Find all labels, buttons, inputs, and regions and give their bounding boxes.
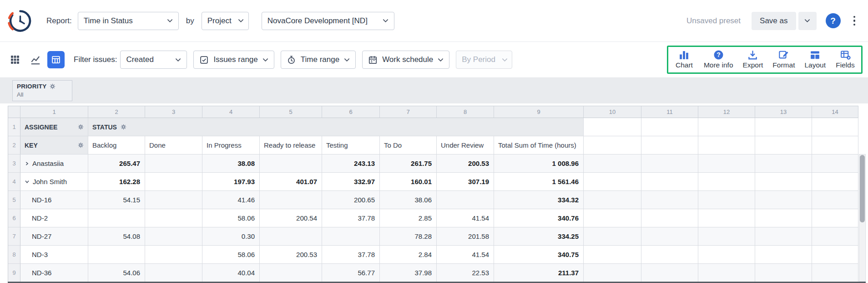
row-number-9[interactable]: 9 [8, 264, 20, 282]
value-cell[interactable]: 340.75 [494, 246, 584, 264]
column-header-6[interactable]: 6 [322, 106, 380, 118]
value-cell[interactable]: 307.19 [437, 173, 494, 191]
collapse-chevron-icon[interactable] [25, 179, 30, 184]
status-column-header-to-do[interactable]: To Do [380, 136, 437, 154]
status-column-header-testing[interactable]: Testing [322, 136, 380, 154]
value-cell[interactable]: 197.93 [202, 173, 260, 191]
value-cell[interactable] [437, 191, 494, 209]
value-cell[interactable] [145, 227, 202, 246]
value-cell[interactable]: 56.77 [322, 264, 380, 282]
row-number-3[interactable]: 3 [8, 154, 20, 173]
value-cell[interactable]: 38.08 [202, 154, 260, 173]
value-cell[interactable]: 37.78 [322, 246, 380, 264]
value-cell[interactable]: 41.54 [437, 209, 494, 227]
value-cell[interactable]: 40.04 [202, 264, 260, 282]
column-header-1[interactable]: 1 [20, 106, 88, 118]
value-cell[interactable] [260, 191, 322, 209]
column-header-8[interactable]: 8 [437, 106, 494, 118]
value-cell[interactable]: 201.58 [437, 227, 494, 246]
status-column-header-backlog[interactable]: Backlog [88, 136, 145, 154]
value-cell[interactable] [145, 264, 202, 282]
gear-icon[interactable] [121, 124, 126, 130]
help-button[interactable]: ? [826, 13, 841, 28]
column-header-12[interactable]: 12 [698, 106, 755, 118]
status-column-header-under-review[interactable]: Under Review [437, 136, 494, 154]
value-cell[interactable]: 58.06 [202, 246, 260, 264]
column-header-9[interactable]: 9 [494, 106, 584, 118]
chart-action-button[interactable]: Chart [674, 49, 694, 69]
value-cell[interactable]: 78.28 [380, 227, 437, 246]
value-cell[interactable]: 243.13 [322, 154, 380, 173]
more-info-action-button[interactable]: ? More info [704, 49, 733, 69]
status-field-header[interactable]: STATUS [88, 118, 584, 136]
save-as-menu-button[interactable] [798, 12, 817, 30]
gear-icon[interactable] [78, 124, 84, 130]
column-header-11[interactable]: 11 [641, 106, 698, 118]
issue-key-nd-2[interactable]: ND-2 [20, 209, 88, 227]
value-cell[interactable]: 160.01 [380, 173, 437, 191]
status-column-header-in-progress[interactable]: In Progress [202, 136, 260, 154]
value-cell[interactable]: 265.47 [88, 154, 145, 173]
fields-action-button[interactable]: Fields [835, 49, 855, 69]
gear-icon[interactable] [50, 83, 56, 89]
value-cell[interactable] [260, 154, 322, 173]
time-range-button[interactable]: Time range [281, 51, 356, 69]
gear-icon[interactable] [78, 142, 84, 148]
work-schedule-button[interactable]: Work schedule [362, 51, 449, 69]
row-number-5[interactable]: 5 [8, 191, 20, 209]
value-cell[interactable]: 334.32 [494, 191, 584, 209]
issue-key-nd-36[interactable]: ND-36 [20, 264, 88, 282]
issue-key-nd-27[interactable]: ND-27 [20, 227, 88, 246]
scrollbar-thumb[interactable] [860, 155, 865, 222]
value-cell[interactable]: 37.98 [380, 264, 437, 282]
column-header-14[interactable]: 14 [812, 106, 858, 118]
column-header-2[interactable]: 2 [88, 106, 145, 118]
value-cell[interactable] [145, 173, 202, 191]
value-cell[interactable] [145, 246, 202, 264]
vertical-scrollbar[interactable] [859, 154, 866, 282]
project-select[interactable]: NovaCore Development [ND] [262, 12, 394, 30]
value-cell[interactable] [260, 264, 322, 282]
row-number-7[interactable]: 7 [8, 227, 20, 246]
value-cell[interactable]: 211.37 [494, 264, 584, 282]
column-header-3[interactable]: 3 [145, 106, 202, 118]
value-cell[interactable]: 41.46 [202, 191, 260, 209]
value-cell[interactable]: 41.54 [437, 246, 494, 264]
status-column-header-done[interactable]: Done [145, 136, 202, 154]
priority-field-chip[interactable]: PRIORITY All [12, 80, 72, 101]
layout-action-button[interactable]: Layout [804, 49, 826, 69]
value-cell[interactable]: 200.53 [260, 246, 322, 264]
value-cell[interactable] [145, 209, 202, 227]
created-filter-select[interactable]: Created [120, 51, 187, 69]
value-cell[interactable] [145, 191, 202, 209]
scope-select[interactable]: Project [202, 12, 249, 30]
value-cell[interactable]: 58.06 [202, 209, 260, 227]
column-header-10[interactable]: 10 [584, 106, 641, 118]
value-cell[interactable]: 0.30 [202, 227, 260, 246]
column-header-5[interactable]: 5 [260, 106, 322, 118]
value-cell[interactable] [145, 154, 202, 173]
value-cell[interactable]: 37.78 [322, 209, 380, 227]
value-cell[interactable] [322, 227, 380, 246]
value-cell[interactable]: 54.08 [88, 227, 145, 246]
value-cell[interactable]: 22.53 [437, 264, 494, 282]
kebab-menu-button[interactable] [850, 13, 859, 29]
row-number-6[interactable]: 6 [8, 209, 20, 227]
column-header-7[interactable]: 7 [380, 106, 437, 118]
value-cell[interactable]: 332.97 [322, 173, 380, 191]
pivot-view-button[interactable] [6, 51, 24, 68]
value-cell[interactable]: 38.06 [380, 191, 437, 209]
value-cell[interactable]: 2.85 [380, 209, 437, 227]
value-cell[interactable]: 200.65 [322, 191, 380, 209]
row-number-1[interactable]: 1 [8, 118, 20, 136]
table-view-button[interactable] [47, 51, 65, 68]
group-row-anastasiia[interactable]: Anastasiia [20, 154, 88, 173]
column-header-4[interactable]: 4 [202, 106, 260, 118]
row-number-4[interactable]: 4 [8, 173, 20, 191]
save-as-button[interactable]: Save as [752, 12, 796, 30]
column-header-13[interactable]: 13 [755, 106, 812, 118]
format-action-button[interactable]: Format [772, 49, 795, 69]
issue-key-nd-16[interactable]: ND-16 [20, 191, 88, 209]
expand-chevron-icon[interactable] [25, 161, 29, 166]
value-cell[interactable]: 200.53 [437, 154, 494, 173]
